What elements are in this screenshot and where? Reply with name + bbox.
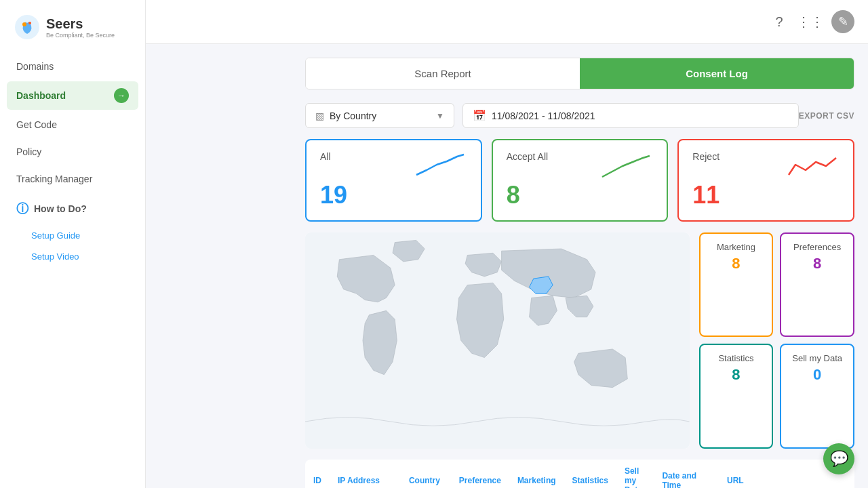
- mini-stat-value-sell-my-data: 0: [792, 366, 842, 384]
- col-marketing: Marketing: [509, 460, 564, 488]
- sidebar: Seers Be Compliant, Be Secure Domains Da…: [0, 0, 146, 488]
- stat-value-reject: 11: [692, 181, 840, 209]
- col-statistics: Statistics: [564, 460, 616, 488]
- col-ip: IP Address: [330, 460, 401, 488]
- calendar-icon: 📅: [473, 109, 486, 122]
- help-icon[interactable]: ?: [769, 12, 789, 32]
- col-preference: Preference: [451, 460, 509, 488]
- logo-icon: [14, 14, 41, 41]
- mini-stat-value-marketing: 8: [711, 255, 762, 272]
- filter-select-text: By Country: [330, 110, 431, 121]
- logo-name: Seers: [46, 16, 115, 32]
- stat-card-all: All 19: [305, 139, 482, 222]
- sidebar-item-setup-video[interactable]: Setup Video: [7, 247, 138, 266]
- mini-stat-label-statistics: Statistics: [711, 353, 762, 363]
- header: ? ⋮⋮ ✎: [146, 0, 868, 44]
- stat-label-all: All: [320, 151, 331, 162]
- country-filter[interactable]: ▧ By Country ▼: [305, 103, 454, 128]
- world-map-svg: [305, 232, 690, 449]
- sidebar-item-tracking-manager[interactable]: Tracking Manager: [7, 167, 138, 191]
- how-to-section: ⓘ How to Do?: [7, 194, 138, 224]
- sidebar-item-domains[interactable]: Domains: [7, 54, 138, 79]
- grid-icon[interactable]: ⋮⋮: [800, 12, 821, 32]
- mini-stat-preferences: Preferences 8: [780, 232, 854, 337]
- svg-point-1: [22, 22, 26, 26]
- mini-stat-value-preferences: 8: [792, 255, 842, 272]
- sidebar-item-setup-guide[interactable]: Setup Guide: [7, 226, 138, 245]
- tab-scan-report[interactable]: Scan Report: [306, 58, 580, 89]
- tab-consent-log[interactable]: Consent Log: [580, 58, 854, 89]
- chat-button[interactable]: 💬: [823, 443, 854, 474]
- dashboard-arrow: →: [114, 88, 129, 103]
- mini-stat-statistics: Statistics 8: [699, 344, 774, 448]
- sidebar-nav: Domains Dashboard → Get Code Policy Trac…: [0, 54, 145, 266]
- filter-icon: ▧: [315, 110, 324, 121]
- table-header-row: ID IP Address Country Preference Marketi…: [305, 460, 854, 488]
- col-sell-my-data: Sell my Data: [616, 460, 654, 488]
- avatar[interactable]: ✎: [831, 10, 854, 33]
- sidebar-item-dashboard[interactable]: Dashboard →: [7, 81, 138, 110]
- table-head: ID IP Address Country Preference Marketi…: [305, 460, 854, 488]
- stat-label-reject: Reject: [692, 151, 719, 162]
- stat-label-accept-all: Accept All: [507, 151, 548, 162]
- world-map: [305, 232, 690, 449]
- stat-value-accept-all: 8: [507, 181, 654, 209]
- main-content: Scan Report Consent Log ▧ By Country ▼ 📅…: [292, 44, 868, 488]
- logo: Seers Be Compliant, Be Secure: [0, 7, 145, 54]
- stat-value-all: 19: [320, 181, 467, 209]
- mini-stat-label-sell-my-data: Sell my Data: [792, 353, 842, 363]
- mini-stat-sell-my-data: Sell my Data 0: [780, 344, 854, 448]
- controls-row: ▧ By Country ▼ 📅 11/08/2021 - 11/08/2021…: [305, 103, 854, 128]
- sidebar-item-get-code[interactable]: Get Code: [7, 113, 138, 137]
- middle-section: Marketing 8 Preferences 8 Statistics 8 S…: [305, 232, 854, 449]
- svg-point-2: [28, 22, 31, 24]
- col-date-time: Date and Time: [654, 460, 719, 488]
- data-table: ID IP Address Country Preference Marketi…: [305, 460, 854, 488]
- mini-stats-grid: Marketing 8 Preferences 8 Statistics 8 S…: [699, 232, 854, 449]
- logo-tagline: Be Compliant, Be Secure: [46, 32, 115, 39]
- stat-chart-reject: [785, 151, 840, 178]
- stat-chart-accept-all: [599, 151, 653, 178]
- col-country: Country: [401, 460, 451, 488]
- mini-stat-label-marketing: Marketing: [711, 242, 762, 252]
- date-range-filter[interactable]: 📅 11/08/2021 - 11/08/2021: [462, 103, 799, 128]
- stats-row: All 19 Accept All 8 Reject: [305, 139, 854, 222]
- sidebar-item-policy[interactable]: Policy: [7, 140, 138, 164]
- mini-stat-marketing: Marketing 8: [699, 232, 774, 337]
- logo-text: Seers Be Compliant, Be Secure: [46, 16, 115, 39]
- main-tabs: Scan Report Consent Log: [305, 58, 854, 89]
- consent-table: ID IP Address Country Preference Marketi…: [305, 460, 854, 488]
- date-range-text: 11/08/2021 - 11/08/2021: [492, 110, 595, 121]
- mini-stat-value-statistics: 8: [711, 366, 762, 384]
- filter-controls: ▧ By Country ▼ 📅 11/08/2021 - 11/08/2021: [305, 103, 799, 128]
- info-icon: ⓘ: [16, 201, 28, 217]
- chevron-down-icon: ▼: [436, 111, 444, 121]
- stat-card-reject: Reject 11: [677, 139, 854, 222]
- export-csv-button[interactable]: EXPORT CSV: [799, 111, 854, 121]
- stat-chart-all: [413, 151, 467, 178]
- stat-card-accept-all: Accept All 8: [492, 139, 669, 222]
- mini-stat-label-preferences: Preferences: [792, 242, 842, 252]
- col-id: ID: [305, 460, 330, 488]
